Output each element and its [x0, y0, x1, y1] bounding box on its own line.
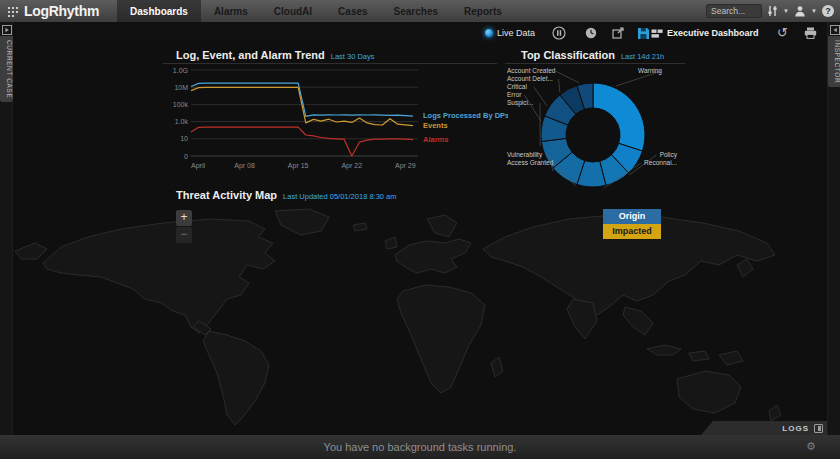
world-map-canvas[interactable]	[13, 203, 827, 435]
series-label: Events	[423, 121, 448, 130]
save-dashboard-button[interactable]	[637, 22, 650, 44]
logs-label: LOGS	[782, 424, 809, 433]
help-icon[interactable]: ?	[822, 5, 834, 17]
save-icon	[637, 27, 650, 40]
trend-subtitle: Last 30 Days	[331, 52, 375, 61]
y-axis-tick: 1.0k	[175, 118, 189, 125]
y-axis-tick: 10	[180, 135, 188, 142]
dashboard-name: Executive Dashboard	[667, 28, 759, 38]
series-label: Alarms	[423, 135, 448, 144]
donut-label: Reconnai...	[644, 159, 677, 166]
undo-icon: ↺	[777, 27, 788, 39]
y-axis-tick: 100k	[173, 101, 189, 108]
right-rail: INSPECTOR	[827, 22, 840, 435]
live-data-indicator-icon	[485, 29, 493, 37]
popout-icon	[612, 27, 624, 39]
tab-cases[interactable]: Cases	[325, 0, 380, 22]
legend-impacted[interactable]: Impacted	[603, 224, 661, 239]
left-rail: CURRENT CASE	[0, 22, 13, 435]
live-data-toggle[interactable]: Live Data	[485, 22, 535, 44]
user-icon[interactable]	[794, 5, 806, 17]
y-axis-tick: 10M	[174, 84, 188, 91]
classification-title-text: Top Classification	[521, 49, 615, 61]
tab-cloudai[interactable]: CloudAI	[261, 0, 325, 22]
printer-icon	[804, 27, 817, 39]
top-navigation-bar: LogRhythm Dashboards Alarms CloudAI Case…	[0, 0, 840, 22]
y-axis-tick: 0	[184, 153, 188, 160]
search-input[interactable]	[706, 4, 762, 18]
pause-button[interactable]	[552, 22, 566, 44]
background-tasks-status: You have no background tasks running.	[0, 435, 840, 459]
donut-label: Critical	[507, 83, 527, 90]
series-line-events	[191, 87, 413, 125]
dashboard-selector[interactable]: Executive Dashboard	[651, 22, 759, 44]
classification-subtitle: Last 14d 21h	[621, 52, 664, 61]
donut-label: Policy	[660, 151, 678, 159]
x-axis-tick: Apr 29	[395, 162, 416, 170]
map-zoom-out-button[interactable]: −	[176, 227, 192, 243]
status-bar: You have no background tasks running. ⚙	[0, 435, 840, 459]
x-axis-tick: Apr 22	[341, 162, 362, 170]
series-label: Logs Processed By DPs	[423, 111, 508, 120]
chevron-down-icon[interactable]: ▼	[811, 8, 817, 14]
tab-alarms[interactable]: Alarms	[201, 0, 261, 22]
pause-icon	[552, 26, 566, 40]
inspector-tab[interactable]: INSPECTOR	[828, 36, 840, 87]
donut-label: Error	[507, 91, 522, 98]
logs-drawer-tab[interactable]: LOGS	[701, 421, 827, 435]
series-line-logs-processed-by-dps	[191, 83, 413, 116]
divider	[163, 63, 497, 64]
logo-text: LogRhythm	[24, 3, 99, 19]
current-case-tab[interactable]: CURRENT CASE	[0, 36, 13, 102]
print-button[interactable]	[804, 22, 817, 44]
donut-label: Vulnerability	[507, 151, 543, 159]
trend-chart: 1.0G10M100k1.0k100AprilApr 08Apr 15Apr 2…	[163, 66, 508, 176]
chevron-down-icon[interactable]: ▼	[783, 8, 789, 14]
series-line-alarms	[191, 127, 413, 156]
classification-chart-title: Top ClassificationLast 14d 21h	[521, 49, 664, 61]
trend-title-text: Log, Event, and Alarm Trend	[176, 49, 325, 61]
threat-activity-map[interactable]: + − Origin Impacted	[13, 203, 827, 435]
popout-button[interactable]	[612, 22, 624, 44]
tab-dashboards[interactable]: Dashboards	[117, 0, 201, 22]
sliders-icon[interactable]	[767, 5, 778, 17]
expand-panel-icon[interactable]	[2, 25, 12, 35]
x-axis-tick: Apr 15	[288, 162, 309, 170]
map-subtitle: Last Updated 05/01/2018 8:30 am	[283, 192, 396, 201]
x-axis-tick: Apr 08	[234, 162, 255, 170]
undo-button[interactable]: ↺	[777, 22, 788, 44]
donut-label: Access Granted	[507, 159, 554, 166]
dashboard-toolbar: Live Data Executiv	[13, 22, 827, 44]
map-legend: Origin Impacted	[603, 209, 661, 239]
y-axis-tick: 1.0G	[173, 67, 188, 74]
donut-segment-warning	[593, 83, 645, 151]
dashboard-grid-icon	[651, 28, 663, 39]
tab-reports[interactable]: Reports	[451, 0, 515, 22]
live-data-label: Live Data	[497, 28, 535, 38]
map-zoom-in-button[interactable]: +	[176, 210, 192, 226]
x-axis-tick: April	[191, 162, 205, 170]
threat-map-title: Threat Activity MapLast Updated 05/01/20…	[176, 189, 396, 201]
expand-panel-icon[interactable]	[830, 25, 840, 35]
classification-donut-chart: WarningPolicyReconnai...Access GrantedVu…	[505, 62, 685, 196]
map-title-text: Threat Activity Map	[176, 189, 277, 201]
history-button[interactable]	[585, 22, 597, 44]
main-nav-tabs: Dashboards Alarms CloudAI Cases Searches…	[117, 0, 515, 22]
legend-origin[interactable]: Origin	[603, 209, 661, 224]
trend-chart-title: Log, Event, and Alarm TrendLast 30 Days	[176, 49, 375, 61]
logo-dots-icon	[7, 5, 20, 18]
clock-icon	[585, 27, 597, 39]
donut-label: Warning	[638, 67, 662, 75]
tab-searches[interactable]: Searches	[381, 0, 451, 22]
gear-icon[interactable]: ⚙	[806, 440, 816, 453]
logrhythm-logo: LogRhythm	[0, 3, 99, 19]
donut-label: Account Created	[507, 67, 556, 74]
donut-label: Account Delet...	[507, 75, 553, 82]
panel-icon	[814, 424, 823, 433]
